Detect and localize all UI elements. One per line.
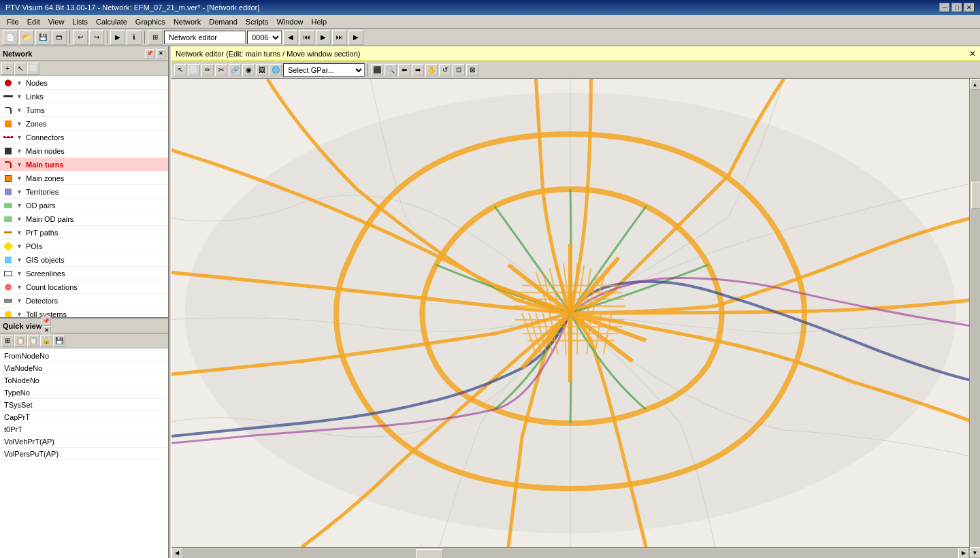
tb-prev2[interactable]: ⏮ <box>299 30 314 45</box>
menu-scripts[interactable]: Scripts <box>242 16 273 27</box>
sidebar-item-odpairs[interactable]: ▼OD pairs <box>0 199 168 212</box>
menu-calculate[interactable]: Calculate <box>92 16 131 27</box>
screen-icon <box>3 268 14 279</box>
scroll-up-btn[interactable]: ▲ <box>970 79 981 90</box>
sidebar-item-connectors[interactable]: ▼Connectors <box>0 131 168 144</box>
map-tb-pointer[interactable]: ↖ <box>174 64 186 76</box>
gpar-select[interactable]: Select GPar... <box>283 63 365 77</box>
map-tb-select[interactable]: ⬜ <box>188 64 200 76</box>
scroll-down-btn[interactable]: ▼ <box>970 547 981 558</box>
menu-file[interactable]: File <box>3 16 23 27</box>
map-tb-pencil[interactable]: ✏ <box>201 64 214 76</box>
tb-run[interactable]: ▶ <box>110 30 125 45</box>
scroll-thumb-h[interactable] <box>416 549 443 559</box>
close-button[interactable]: ✕ <box>964 3 975 12</box>
sidebar-item-tollsystems[interactable]: ▼Toll systems <box>0 308 168 317</box>
tb-new[interactable]: 📄 <box>3 30 18 45</box>
sidebar-item-label: Main zones <box>26 174 165 182</box>
map-area: Network editor (Edit: main turns / Move … <box>172 46 980 558</box>
od-icon <box>3 200 14 211</box>
net-tb-pointer[interactable]: ↖ <box>14 63 27 75</box>
sidebar-item-links[interactable]: ▼Links <box>0 90 168 103</box>
menu-demand[interactable]: Demand <box>205 16 242 27</box>
menu-view[interactable]: View <box>44 16 69 27</box>
scroll-left-btn[interactable]: ◀ <box>172 548 182 559</box>
menu-window[interactable]: Window <box>272 16 307 27</box>
scroll-right-btn[interactable]: ▶ <box>958 548 969 559</box>
sidebar-item-mainzones[interactable]: ▼Main zones <box>0 171 168 185</box>
mainzone-icon <box>3 173 14 184</box>
net-tb-add[interactable]: + <box>1 63 14 75</box>
maximize-button[interactable]: □ <box>951 3 962 12</box>
chevron-down-icon: ▼ <box>16 270 24 277</box>
sidebar-item-countlocations[interactable]: ▼Count locations <box>0 280 168 294</box>
sidebar-item-nodes[interactable]: ▼Nodes <box>0 76 168 90</box>
network-close-button[interactable]: ✕ <box>156 49 165 59</box>
quickview-field: FromNodeNo <box>1 350 167 362</box>
map-right-scrollbar[interactable]: ▲ ▼ <box>969 79 980 558</box>
chevron-down-icon: ▼ <box>16 80 24 86</box>
sidebar-item-label: Screenlines <box>26 269 165 278</box>
map-tb-forward[interactable]: ➡ <box>412 64 424 76</box>
tb-redo[interactable]: ↪ <box>89 30 104 45</box>
sidebar-item-pois[interactable]: ▼POIs <box>0 240 168 253</box>
map-svg <box>172 79 969 547</box>
map-tb-frame[interactable]: ⬛ <box>371 64 383 76</box>
network-pin-button[interactable]: 📌 <box>145 49 154 59</box>
map-tb-pan[interactable]: ✋ <box>425 64 438 76</box>
map-tb-snap[interactable]: 🔗 <box>229 64 241 76</box>
map-bottom-scrollbar[interactable]: ◀ ▶ <box>172 547 969 558</box>
sidebar-item-zones[interactable]: ▼Zones <box>0 117 168 131</box>
sidebar-item-screenlines[interactable]: ▼Screenlines <box>0 267 168 280</box>
menu-graphics[interactable]: Graphics <box>131 16 169 27</box>
map-tb-refresh[interactable]: ↺ <box>439 64 451 76</box>
view-combo[interactable]: 0006 <box>247 31 282 44</box>
sidebar-item-gisobjects[interactable]: ▼GIS objects <box>0 253 168 267</box>
tb-next2[interactable]: ⏭ <box>332 30 347 45</box>
menu-network[interactable]: Network <box>169 16 205 27</box>
tb-save[interactable]: 💾 <box>35 30 50 45</box>
sidebar-item-prtpaths[interactable]: ▼PrT paths <box>0 226 168 240</box>
map-tb-extra[interactable]: ⊠ <box>466 64 478 76</box>
map-tb-globe[interactable]: 🌐 <box>270 64 282 76</box>
sidebar-item-mainturns[interactable]: ▼Main turns <box>0 158 168 171</box>
tb-open[interactable]: 📂 <box>19 30 34 45</box>
quickview-pin-button[interactable]: 📌 <box>42 316 51 326</box>
menu-edit[interactable]: Edit <box>23 16 44 27</box>
map-canvas[interactable] <box>172 79 969 547</box>
sidebar-item-detectors[interactable]: ▼Detectors <box>0 294 168 308</box>
menu-lists[interactable]: Lists <box>68 16 92 27</box>
tb-icon1[interactable]: ⊞ <box>148 30 163 45</box>
qv-tb-btn1[interactable]: ⊞ <box>1 335 14 347</box>
sidebar-item-territories[interactable]: ▼Territories <box>0 185 168 199</box>
qv-tb-btn4[interactable]: 🔓 <box>40 335 52 347</box>
menu-help[interactable]: Help <box>308 16 331 27</box>
main-toolbar: 📄 📂 💾 🗃 ↩ ↪ ▶ ℹ ⊞ Network editor 0006 ◀ … <box>0 29 980 46</box>
sep1 <box>69 31 70 44</box>
tb-next[interactable]: ▶ <box>316 30 331 45</box>
map-tb-edit[interactable]: ✂ <box>215 64 227 76</box>
map-window-title: Network editor (Edit: main turns / Move … <box>176 50 360 58</box>
tb-info[interactable]: ℹ <box>127 30 142 45</box>
tb-prev[interactable]: ◀ <box>283 30 298 45</box>
tb-undo[interactable]: ↩ <box>73 30 88 45</box>
qv-tb-btn2[interactable]: 📋 <box>14 335 27 347</box>
map-tb-zoomin[interactable]: 🔍 <box>385 64 397 76</box>
minimize-button[interactable]: ─ <box>939 3 950 12</box>
map-tb-select2[interactable]: ⊡ <box>453 64 465 76</box>
map-tb-back[interactable]: ⬅ <box>398 64 410 76</box>
map-tb-img[interactable]: 🖼 <box>256 64 268 76</box>
qv-tb-btn3[interactable]: 📋 <box>27 335 39 347</box>
quickview-panel-controls: 📌 ✕ <box>42 316 51 335</box>
map-close-button[interactable]: ✕ <box>969 49 976 59</box>
qv-tb-btn5[interactable]: 💾 <box>53 335 65 347</box>
tb-play[interactable]: ▶ <box>348 30 363 45</box>
tb-save2[interactable]: 🗃 <box>52 30 67 45</box>
net-tb-box[interactable]: ⬜ <box>27 63 39 75</box>
scroll-thumb-v[interactable] <box>971 182 981 209</box>
sidebar-item-mainnodes[interactable]: ▼Main nodes <box>0 144 168 158</box>
sidebar-item-turns[interactable]: ▼Turns <box>0 103 168 117</box>
map-tb-node[interactable]: ◉ <box>242 64 255 76</box>
chevron-down-icon: ▼ <box>16 297 24 304</box>
sidebar-item-mainodpairs[interactable]: ▼Main OD pairs <box>0 212 168 226</box>
